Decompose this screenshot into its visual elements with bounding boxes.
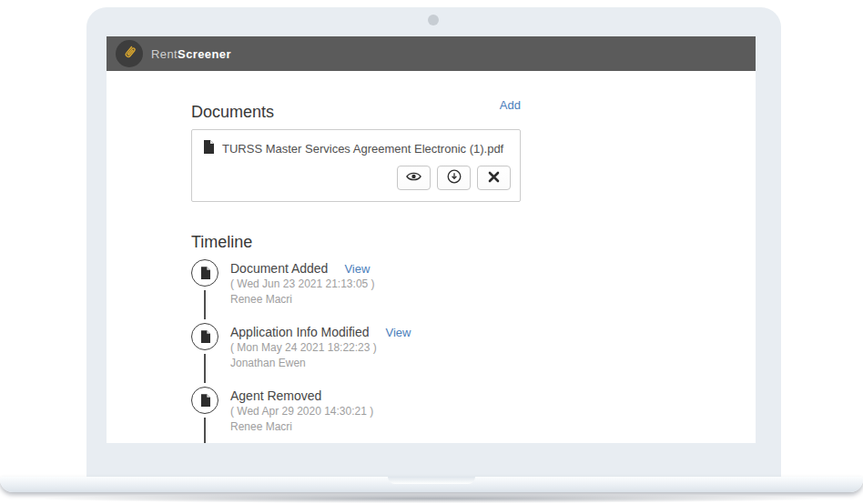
timeline-connector [204, 354, 206, 383]
timeline-item-text: Document Added View ( Wed Jun 23 2021 21… [230, 259, 375, 323]
paperclip-icon [122, 45, 137, 64]
timeline-event-title: Document Added [230, 261, 328, 276]
timeline-list: Document Added View ( Wed Jun 23 2021 21… [191, 259, 756, 443]
timeline-event-user: Renee Macri [230, 292, 375, 307]
timeline-event-timestamp: ( Wed Apr 29 2020 14:30:21 ) [230, 404, 373, 418]
timeline-file-icon [191, 323, 218, 350]
app-header: RentScreener [107, 36, 756, 71]
timeline-view-link[interactable]: View [344, 262, 370, 276]
camera-dot-icon [428, 15, 439, 25]
brand-logo [116, 40, 143, 67]
laptop-shadow [46, 494, 817, 503]
timeline-connector [204, 290, 206, 319]
brand-screener: Screener [178, 47, 231, 61]
view-file-button[interactable] [397, 166, 431, 190]
laptop-frame: RentScreener Documents Add [86, 7, 781, 477]
timeline-item-text: Agent Removed ( Wed Apr 29 2020 14:30:21… [230, 387, 373, 443]
file-row: TURSS Master Services Agreement Electron… [203, 140, 511, 157]
eye-icon [406, 171, 421, 185]
timeline-event-title: Application Info Modified [230, 325, 370, 339]
timeline-event-title: Agent Removed [230, 388, 321, 403]
timeline-title: Timeline [191, 232, 756, 252]
timeline-file-icon [191, 387, 218, 414]
timeline-item-application-info-modified: Application Info Modified View ( Mon May… [191, 323, 756, 387]
timeline-event-user: Jonathan Ewen [230, 356, 411, 370]
timeline-item-agent-removed: Agent Removed ( Wed Apr 29 2020 14:30:21… [191, 387, 756, 443]
document-card: TURSS Master Services Agreement Electron… [191, 129, 521, 202]
timeline-file-icon [191, 259, 218, 287]
remove-file-button[interactable] [477, 166, 511, 190]
timeline-item-text: Application Info Modified View ( Mon May… [230, 323, 411, 387]
main-content: Documents Add TURSS Master Services Agre… [107, 71, 756, 443]
timeline-event-timestamp: ( Mon May 24 2021 18:22:23 ) [230, 340, 411, 355]
brand-rent: Rent [151, 47, 178, 61]
laptop-base-notch [388, 477, 475, 484]
timeline-item-document-added: Document Added View ( Wed Jun 23 2021 21… [191, 259, 756, 323]
timeline-event-timestamp: ( Wed Jun 23 2021 21:13:05 ) [230, 277, 375, 291]
file-action-buttons [203, 166, 511, 190]
laptop-mockup: RentScreener Documents Add [0, 0, 863, 504]
file-icon [203, 140, 214, 157]
file-name: TURSS Master Services Agreement Electron… [222, 142, 503, 156]
timeline-view-link[interactable]: View [386, 326, 411, 339]
brand-name: RentScreener [151, 47, 231, 61]
download-file-button[interactable] [437, 166, 471, 190]
download-circle-icon [447, 169, 462, 186]
x-icon [488, 171, 500, 186]
app-screen: RentScreener Documents Add [107, 36, 756, 443]
documents-section-head: Documents Add [191, 102, 521, 122]
timeline-connector [204, 418, 206, 443]
add-document-link[interactable]: Add [500, 98, 521, 112]
timeline-event-user: Renee Macri [230, 419, 373, 434]
documents-title: Documents [191, 102, 274, 122]
